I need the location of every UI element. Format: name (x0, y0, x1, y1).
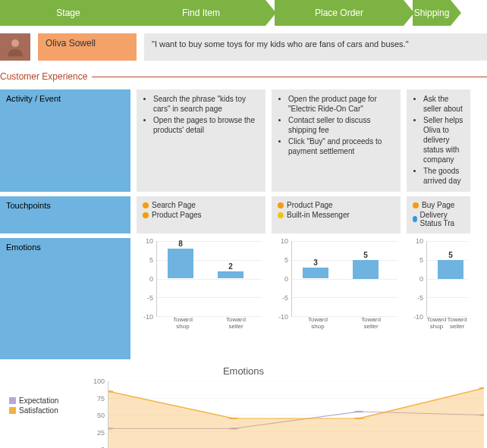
touchpoints-label: Touchpoints (0, 196, 130, 233)
svg-point-12 (353, 418, 364, 419)
person-icon (4, 36, 27, 58)
dot-icon (143, 212, 149, 218)
emotions-chart-2: 1050-5-1035TowardshopTowardseller (272, 238, 401, 359)
touchpoint-text: Product Page (287, 201, 333, 209)
list-item: Open the product page for "Electric Ride… (288, 94, 394, 114)
section-divider (92, 77, 487, 77)
stage-shipping: Shipping (413, 0, 451, 26)
activity-label: Activity / Event (0, 89, 130, 192)
activity-row: Activity / Event Search the phrase "kids… (0, 89, 487, 192)
stage-find-item: Find Item (137, 0, 265, 26)
touchpoint-item: Delivery Status Tra (413, 211, 464, 227)
touchpoint-item: Search Page (143, 201, 259, 209)
touchpoint-text: Product Pages (152, 211, 202, 219)
dot-icon (413, 216, 417, 222)
touchpoint-cell-1: Search PageProduct Pages (137, 196, 265, 233)
dot-icon (143, 202, 149, 208)
emotions-label: Emotions (0, 238, 130, 359)
legend-label: Expectation (19, 396, 58, 405)
square-icon (9, 407, 16, 414)
dot-icon (278, 212, 284, 218)
line-chart: 1007550250 (88, 381, 487, 448)
emotions-chart-3: 1050-5-1058TowardshopTowardseller (407, 238, 470, 359)
emotions-line-wrap: Expectation Satisfaction 1007550250 (0, 381, 487, 448)
list-item: Search the phrase "kids toy cars" in sea… (153, 94, 259, 114)
activity-cell-3: Ask the seller aboutSeller helps Oliva t… (407, 89, 470, 192)
dot-icon (278, 202, 284, 208)
touchpoint-cell-2: Product PageBuilt-in Messenger (272, 196, 401, 233)
persona-row: Oliva Sowell "I want to buy some toys fo… (0, 33, 487, 61)
touchpoints-row: Touchpoints Search PageProduct Pages Pro… (0, 196, 487, 233)
list-item: Seller helps Oliva to delivery status wi… (423, 115, 464, 164)
touchpoint-cell-3: Buy PageDelivery Status Tra (407, 196, 470, 233)
legend-label: Satisfaction (19, 406, 58, 415)
legend-satisfaction: Satisfaction (9, 406, 79, 415)
activity-cell-1: Search the phrase "kids toy cars" in sea… (137, 89, 265, 192)
line-legend: Expectation Satisfaction (0, 381, 83, 448)
touchpoint-text: Delivery Status Tra (420, 211, 464, 227)
list-item: The goods arrived day (423, 166, 464, 186)
touchpoint-item: Buy Page (413, 201, 464, 209)
avatar (0, 33, 30, 61)
stage-row: Stage Find Item Place Order Shipping (0, 0, 487, 26)
touchpoint-text: Buy Page (422, 201, 454, 209)
legend-expectation: Expectation (9, 396, 79, 405)
svg-point-8 (353, 411, 364, 412)
stage-place-order: Place Order (275, 0, 404, 26)
square-icon (9, 397, 16, 404)
activity-cell-2: Open the product page for "Electric Ride… (272, 89, 401, 192)
emotions-line-title: Emotions (0, 365, 487, 377)
touchpoint-item: Product Pages (143, 211, 259, 219)
list-item: Click "Buy" and proceeds to payment sett… (288, 136, 394, 156)
touchpoint-text: Built-in Messenger (287, 211, 350, 219)
persona-name: Oliva Sowell (38, 33, 137, 61)
persona-quote: "I want to buy some toys for my kids who… (144, 33, 487, 61)
emotions-row: Emotions 1050-5-1082TowardshopTowardsell… (0, 238, 487, 359)
touchpoint-text: Search Page (152, 201, 196, 209)
list-item: Contact seller to discuss shipping fee (288, 115, 394, 135)
svg-point-11 (228, 418, 239, 419)
touchpoint-item: Built-in Messenger (278, 211, 394, 219)
list-item: Ask the seller about (423, 94, 464, 114)
section-title: Customer Experience (0, 71, 87, 82)
emotions-chart-1: 1050-5-1082TowardshopTowardseller (137, 238, 265, 359)
list-item: Open the pages to browse the products' d… (153, 115, 259, 135)
svg-point-0 (11, 39, 19, 47)
stage-header: Stage (0, 0, 137, 26)
section-header: Customer Experience (0, 71, 487, 82)
dot-icon (413, 202, 419, 208)
touchpoint-item: Product Page (278, 201, 394, 209)
